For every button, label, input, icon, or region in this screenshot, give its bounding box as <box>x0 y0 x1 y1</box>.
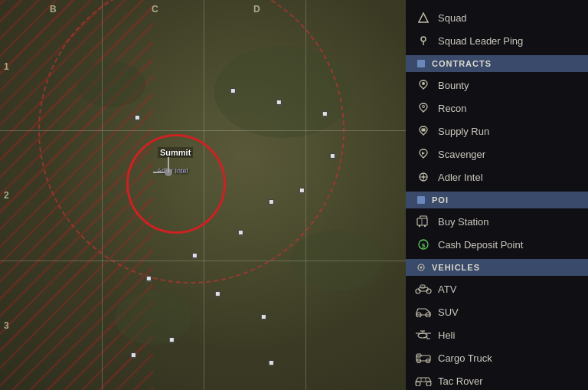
recon-icon <box>415 100 432 116</box>
legend-item-atv[interactable]: ATV <box>406 277 588 300</box>
map-icon-7: 🔲 <box>237 230 244 236</box>
legend-item-tac-rover[interactable]: Tac Rover <box>406 369 588 390</box>
svg-point-1 <box>421 37 426 41</box>
svg-text:$: $ <box>422 242 426 249</box>
tac-rover-label: Tac Rover <box>438 375 483 387</box>
svg-rect-34 <box>416 356 430 361</box>
squad-leader-ping-icon <box>415 32 432 49</box>
cargo-truck-label: Cargo Truck <box>438 352 492 364</box>
terrain-detail <box>115 291 191 345</box>
vehicles-section-icon <box>415 261 427 274</box>
summit-label: Summit <box>158 147 193 158</box>
vehicles-section-label: VEHICLES <box>432 263 480 272</box>
map-icon-11: 🔲 <box>260 314 267 320</box>
bounty-label: Bounty <box>438 80 469 91</box>
contracts-section-icon <box>415 57 427 70</box>
section-header-poi: POI <box>406 192 588 208</box>
map-icon-6: 🔲 <box>268 199 275 205</box>
terrain-detail <box>291 230 383 291</box>
map-icon-15: 🔲 <box>134 115 141 121</box>
map-icon-13: 🔲 <box>130 352 137 359</box>
section-header-vehicles: VEHICLES <box>406 259 588 276</box>
svg-point-10 <box>423 176 425 179</box>
legend-item-bounty[interactable]: Bounty <box>406 74 588 97</box>
section-header-contracts: CONTRACTS <box>406 55 588 72</box>
heli-label: Heli <box>438 329 455 341</box>
suv-label: SUV <box>438 306 459 318</box>
legend-item-recon[interactable]: Recon <box>406 97 588 120</box>
bounty-icon <box>415 77 432 93</box>
legend-item-supply-run[interactable]: Supply Run <box>406 120 588 143</box>
contracts-section-label: CONTRACTS <box>432 59 492 68</box>
legend-item-scavenger[interactable]: Scavenger <box>406 143 588 166</box>
legend-item-buy-station[interactable]: Buy Station <box>406 210 588 233</box>
map-icon-1: 🔲 <box>230 88 237 94</box>
tac-rover-icon <box>415 372 432 389</box>
squad-icon <box>415 9 432 26</box>
legend-item-squad[interactable]: Squad <box>406 6 588 29</box>
svg-rect-6 <box>422 129 426 132</box>
crosshair-dot <box>165 169 172 176</box>
map-icon-9: 🔲 <box>145 276 152 282</box>
squad-leader-ping-label: Squad Leader Ping <box>438 35 523 47</box>
svg-rect-12 <box>417 218 427 225</box>
supply-run-label: Supply Run <box>438 126 489 137</box>
scavenger-label: Scavenger <box>438 149 485 160</box>
legend-item-cash-deposit[interactable]: $ Cash Deposit Point <box>406 233 588 256</box>
map-icon-2: 🔲 <box>276 100 283 106</box>
map-icon-10: 🔲 <box>214 291 221 297</box>
map-icon-4: 🔲 <box>329 153 336 159</box>
map-icon-5: 🔲 <box>299 188 305 194</box>
buy-station-icon <box>415 213 432 230</box>
svg-point-14 <box>419 225 420 227</box>
poi-section-icon <box>415 194 427 206</box>
map-icon-12: 🔲 <box>168 337 175 343</box>
adler-intel-label: Adler Intel <box>438 172 483 183</box>
svg-rect-11 <box>417 196 425 204</box>
poi-section-label: POI <box>432 195 449 205</box>
svg-point-19 <box>420 267 423 269</box>
cash-deposit-label: Cash Deposit Point <box>438 239 523 251</box>
cargo-truck-icon <box>415 349 432 366</box>
suv-icon <box>415 303 432 320</box>
svg-point-37 <box>426 382 431 386</box>
atv-icon <box>415 280 432 297</box>
svg-point-36 <box>416 382 420 386</box>
adler-intel-icon <box>415 169 432 185</box>
supply-run-icon <box>415 123 432 139</box>
recon-label: Recon <box>438 103 467 114</box>
svg-rect-3 <box>417 60 425 67</box>
squad-label: Squad <box>438 12 467 24</box>
svg-point-4 <box>422 82 425 85</box>
adler-intel-label: Adler Intel <box>157 167 188 175</box>
buy-station-label: Buy Station <box>438 216 489 228</box>
scavenger-icon <box>415 146 432 162</box>
heli-icon <box>415 326 432 343</box>
map-area: B C D 1 2 3 Summit Adler Intel 🔲 🔲 🔲 🔲 🔲… <box>0 0 406 390</box>
svg-point-15 <box>424 225 426 227</box>
svg-marker-0 <box>419 13 428 22</box>
legend-item-heli[interactable]: Heli <box>406 323 588 346</box>
svg-point-5 <box>423 106 425 108</box>
map-icon-8: 🔲 <box>191 253 198 259</box>
map-icon-14: 🔲 <box>268 360 275 366</box>
legend-panel: Squad Squad Leader Ping CONTRACTS Bounty <box>406 0 588 390</box>
legend-item-squad-leader-ping[interactable]: Squad Leader Ping <box>406 29 588 52</box>
cash-deposit-icon: $ <box>415 236 432 253</box>
legend-item-adler-intel[interactable]: Adler Intel <box>406 166 588 188</box>
atv-label: ATV <box>438 283 456 295</box>
legend-item-cargo-truck[interactable]: Cargo Truck <box>406 346 588 369</box>
map-icon-3: 🔲 <box>322 111 328 117</box>
legend-item-suv[interactable]: SUV <box>406 300 588 323</box>
